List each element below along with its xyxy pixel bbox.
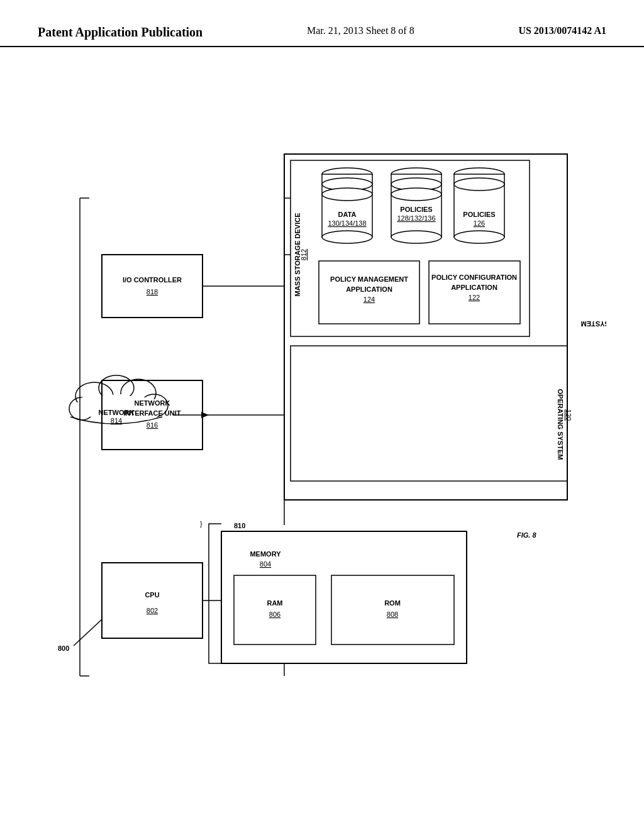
io-ref: 818 <box>147 288 158 296</box>
svg-point-15 <box>322 188 372 201</box>
cpu-label: CPU <box>145 591 159 599</box>
niu-ref: 816 <box>147 421 158 429</box>
niu-label-2: INTERFACE UNIT <box>123 409 180 417</box>
rom-label: ROM <box>384 599 401 607</box>
svg-text:814: 814 <box>111 417 122 424</box>
os-vertical-label: OPERATING SYSTEM <box>557 389 564 460</box>
svg-text:DATA: DATA <box>338 211 357 218</box>
header-patent-number: US 2013/0074142 A1 <box>518 25 606 36</box>
policies2-cylinder: POLICIES 126 <box>454 168 504 243</box>
svg-text:POLICIES: POLICIES <box>400 206 432 213</box>
io-controller-box <box>102 255 203 318</box>
rom-ref: 808 <box>387 611 398 618</box>
svg-text:130/134/138: 130/134/138 <box>328 219 366 227</box>
svg-point-22 <box>391 188 441 201</box>
policy-config-label-1: POLICY CONFIGURATION <box>431 274 517 281</box>
mass-storage-ref: 812 <box>300 249 308 260</box>
policy-config-box <box>429 261 520 324</box>
svg-point-20 <box>391 231 441 243</box>
patent-header: Patent Application Publication Mar. 21, … <box>0 0 644 47</box>
header-publication-label: Patent Application Publication <box>38 25 203 40</box>
svg-line-0 <box>74 619 102 646</box>
system-810-curly: } <box>200 520 203 528</box>
system-810-label: 810 <box>234 522 245 529</box>
system-810-bracket <box>209 524 221 663</box>
io-label-1: I/O CONTROLLER <box>123 276 182 284</box>
ram-ref: 806 <box>269 611 280 618</box>
memory-ref: 804 <box>260 560 271 568</box>
svg-text:126: 126 <box>474 219 485 227</box>
memory-label: MEMORY <box>250 550 281 558</box>
os-ref: 120 <box>565 409 572 421</box>
policy-mgmt-ref: 124 <box>364 296 375 303</box>
niu-label-1: NETWORK <box>135 399 170 407</box>
svg-point-27 <box>454 231 504 243</box>
svg-point-13 <box>322 231 372 243</box>
header-date-sheet: Mar. 21, 2013 Sheet 8 of 8 <box>307 25 414 36</box>
cpu-ref: 802 <box>147 607 158 614</box>
system-800-label: 800 <box>58 645 69 652</box>
policy-config-label-2: APPLICATION <box>451 284 497 291</box>
ram-box <box>234 575 316 645</box>
fig-label: FIG. 8 <box>517 531 536 539</box>
os-label: OPERATING SYSTEM <box>581 320 606 328</box>
os-inner-box <box>291 346 567 481</box>
data-cylinder: DATA 130/134/138 <box>322 168 372 243</box>
svg-point-28 <box>454 178 504 191</box>
policy-mgmt-label-1: POLICY MANAGEMENT <box>330 275 408 283</box>
ram-label: RAM <box>267 599 282 607</box>
policies1-cylinder: POLICIES 128/132/136 <box>391 168 441 243</box>
diagram-area: 800 CPU 802 810 } MEMORY 804 RAM 806 ROM… <box>0 47 644 789</box>
svg-text:POLICIES: POLICIES <box>463 211 495 218</box>
cpu-box <box>102 563 203 638</box>
rom-box <box>331 575 454 645</box>
patent-diagram-fig8: 800 CPU 802 810 } MEMORY 804 RAM 806 ROM… <box>38 72 606 764</box>
policy-mgmt-label-2: APPLICATION <box>346 285 392 293</box>
svg-text:128/132/136: 128/132/136 <box>397 214 435 222</box>
policy-config-ref: 122 <box>469 294 480 301</box>
